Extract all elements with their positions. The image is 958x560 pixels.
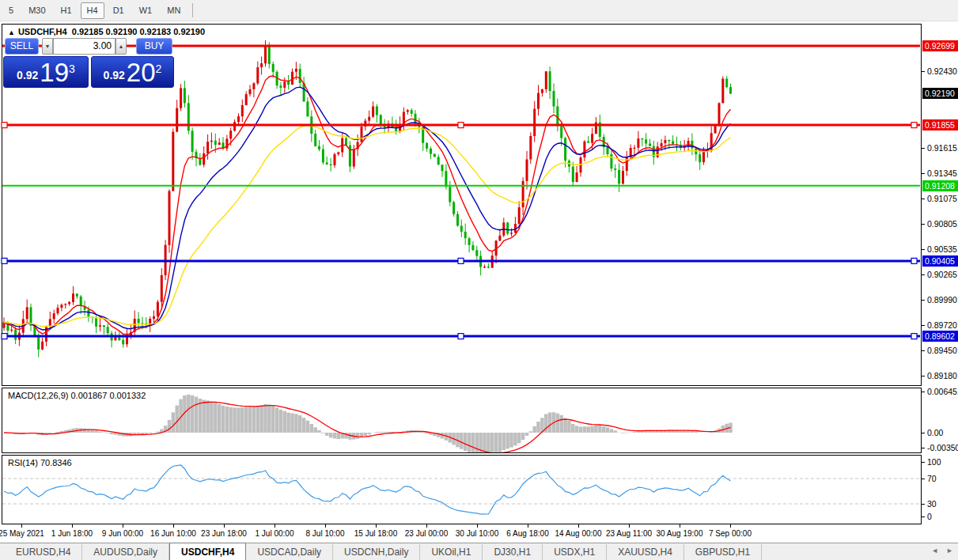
macd-indicator-label: MACD(12,26,9) 0.001867 0.001332	[8, 391, 146, 400]
tab-navigation: ◄ ►	[931, 547, 953, 554]
price-tick-label: 0.89180	[927, 370, 957, 381]
date-tick-mark	[123, 524, 123, 528]
volume-decrease-button[interactable]: ▼	[42, 38, 53, 55]
date-tick-label: 23 Jun 18:00	[201, 529, 247, 538]
date-tick-label: 1 Jun 18:00	[51, 529, 93, 538]
sell-price-pips: 19	[40, 61, 69, 85]
price-tick-label: 0.89990	[927, 294, 957, 305]
price-tick-mark	[922, 350, 925, 351]
buy-price-button[interactable]: 0.92 20 2	[91, 56, 174, 88]
up-arrow-icon: ▲	[119, 44, 124, 49]
date-tick-label: 9 Jun 00:00	[102, 529, 143, 538]
price-level-tag: 0.92190	[922, 88, 958, 99]
chart-tab-audusd[interactable]: AUDUSD,Daily	[82, 544, 169, 560]
rsi-tick-mark	[922, 504, 925, 505]
timeframe-button-5[interactable]: 5	[2, 2, 20, 19]
tabs-scroll-left-button[interactable]: ◄	[931, 547, 938, 554]
price-tick-label: 0.91615	[927, 142, 957, 153]
chart-tab-dj30[interactable]: DJ30,H1	[483, 544, 543, 560]
one-click-trading-widget: SELL ▼ 3.00 ▲ BUY 0.92 19 3 0.92 20 2	[3, 37, 176, 89]
date-tick-mark	[376, 524, 377, 528]
timeframe-button-w1[interactable]: W1	[133, 2, 159, 19]
date-tick-label: 23 Jul 00:00	[405, 529, 449, 538]
chart-tab-ukoil[interactable]: UKOil,H1	[420, 544, 483, 560]
chart-tab-usdchf[interactable]: USDCHF,H4	[169, 543, 246, 560]
price-axis[interactable]: 0.924300.916150.913450.910750.908050.905…	[922, 22, 958, 524]
timeframe-button-d1[interactable]: D1	[107, 2, 131, 19]
chart-symbol-label: USDCHF,H4	[18, 27, 67, 36]
chart-tab-xauusd[interactable]: XAUUSD,H4	[607, 544, 684, 560]
price-tick-mark	[922, 300, 925, 301]
timeframe-button-m30[interactable]: M30	[22, 2, 51, 19]
date-tick-mark	[528, 524, 528, 528]
date-tick-mark	[680, 524, 680, 528]
price-level-tag: 0.89602	[922, 331, 958, 342]
date-tick-mark	[224, 524, 225, 528]
chart-tab-usdx[interactable]: USDX,H1	[543, 544, 607, 560]
chart-tab-usdcnh[interactable]: USDCNH,Daily	[333, 544, 420, 560]
collapse-triangle-icon: ▲	[8, 28, 15, 36]
buy-button[interactable]: BUY	[136, 38, 172, 55]
date-tick-mark	[325, 524, 326, 528]
price-tick-label: 0.89720	[927, 320, 957, 331]
date-tick-mark	[578, 524, 579, 528]
date-tick-label: 6 Aug 18:00	[506, 529, 548, 538]
date-tick-mark	[629, 524, 630, 528]
price-tick-mark	[922, 224, 925, 225]
volume-input[interactable]: 3.00	[53, 38, 115, 55]
rsi-indicator-label: RSI(14) 70.8346	[8, 458, 72, 467]
date-tick-label: 16 Jun 10:00	[150, 529, 196, 538]
timeframe-button-h4[interactable]: H4	[81, 2, 104, 19]
sell-price-point: 3	[69, 62, 75, 75]
sell-price-prefix: 0.92	[17, 69, 38, 81]
chart-tab-eurusd[interactable]: EURUSD,H4	[5, 544, 82, 560]
macd-tick-label: -0.003507	[927, 442, 958, 453]
chart-tab-gbpusd[interactable]: GBPUSD,H1	[684, 544, 762, 560]
chart-ohlc-values: 0.92185 0.92190 0.92183 0.92190	[72, 27, 205, 36]
date-tick-label: 30 Aug 19:00	[657, 529, 703, 538]
rsi-tick-label: 0	[927, 511, 932, 522]
date-tick-label: 14 Aug 00:00	[555, 529, 602, 538]
price-tick-mark	[922, 199, 925, 199]
sell-price-button[interactable]: 0.92 19 3	[3, 56, 89, 88]
date-tick-label: 25 May 2021	[0, 529, 44, 538]
price-tick-mark	[922, 71, 925, 72]
rsi-tick-mark	[922, 462, 925, 463]
timeframe-button-mn[interactable]: MN	[161, 2, 187, 19]
buy-price-prefix: 0.92	[104, 69, 125, 81]
rsi-tick-label: 30	[927, 498, 937, 509]
date-tick-label: 1 Jul 00:00	[256, 529, 294, 538]
date-tick-label: 30 Jul 10:00	[456, 529, 499, 538]
rsi-panel[interactable]	[2, 455, 922, 524]
date-tick-mark	[173, 524, 174, 528]
price-tick-label: 0.91345	[927, 168, 957, 179]
timeframe-toolbar: 5M30H1H4D1W1MN	[0, 0, 958, 21]
date-tick-label: 7 Sep 00:00	[709, 529, 752, 538]
price-level-tag: 0.92699	[922, 40, 958, 51]
tabs-scroll-right-button[interactable]: ►	[946, 547, 953, 554]
price-tick-mark	[922, 376, 925, 376]
rsi-tick-mark	[922, 479, 925, 479]
price-level-tag: 0.90405	[922, 255, 958, 267]
volume-increase-button[interactable]: ▲	[115, 38, 127, 55]
rsi-tick-label: 100	[927, 456, 941, 467]
macd-tick-mark	[922, 392, 925, 392]
sell-button[interactable]: SELL	[5, 38, 39, 55]
toolbar-separator	[192, 3, 193, 17]
trading-platform-window: 5M30H1H4D1W1MN ▲USDCHF,H4 0.92185 0.9219…	[0, 0, 958, 560]
price-tick-label: 0.91075	[927, 193, 957, 204]
buy-price-pips: 20	[127, 61, 156, 85]
price-tick-mark	[922, 173, 925, 174]
price-level-tag: 0.91208	[922, 180, 958, 191]
rsi-tick-mark	[922, 516, 925, 517]
price-level-tag: 0.91855	[922, 119, 958, 131]
chart-tabs-bar: EURUSD,H4AUDUSD,DailyUSDCHF,H4USDCAD,Dai…	[0, 543, 958, 560]
date-tick-label: 23 Aug 11:00	[606, 529, 652, 538]
date-axis[interactable]: 25 May 20211 Jun 18:009 Jun 00:0016 Jun …	[0, 524, 958, 543]
price-tick-label: 0.92430	[927, 66, 957, 77]
chart-tab-usdcad[interactable]: USDCAD,Daily	[246, 544, 333, 560]
date-tick-mark	[275, 524, 275, 528]
date-tick-label: 8 Jul 10:00	[306, 529, 345, 538]
price-tick-mark	[922, 249, 925, 250]
timeframe-button-h1[interactable]: H1	[55, 2, 78, 19]
